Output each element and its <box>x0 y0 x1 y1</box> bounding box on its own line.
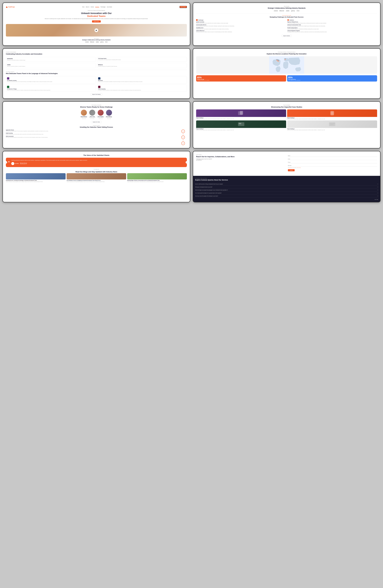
awards-title: Celebrating Industry Accolades and Innov… <box>6 53 187 55</box>
hero-tag: Elevate Your Projects with Tailored Expe… <box>6 10 187 11</box>
privacy-link[interactable]: Learn more <box>297 167 301 168</box>
satisfaction-sub: Client Happiness at 95% Satisfaction <box>288 80 376 81</box>
member-4-name: Pierre Walmour <box>106 116 112 117</box>
form-name-field <box>288 154 377 157</box>
member-1-name: Harley Whitmore <box>81 116 87 117</box>
case-studies-tag: Project Spotlights <box>196 105 377 105</box>
nav-technologies[interactable]: Technologies <box>100 6 106 7</box>
testimonial-next-button[interactable]: › <box>186 161 188 164</box>
tech-tag: Tech Mastery Unleashed <box>6 71 187 72</box>
member-4: Pierre Walmour Full Stack Developer <box>106 110 112 119</box>
process-visual: 01 02 03 <box>179 129 187 145</box>
social-linkedin[interactable] <box>92 118 93 119</box>
blog-3: Building Bridges: Effective Communicatio… <box>127 173 187 182</box>
testimonial-prev-button[interactable]: ‹ <box>5 161 7 164</box>
submit-button[interactable]: Submit <box>288 169 295 171</box>
nav-home[interactable]: Home <box>82 6 85 7</box>
faq-question-2: What types of development teams do you o… <box>195 187 212 188</box>
testimonial-text: CodeForge delivered exceptional mobile a… <box>11 160 87 161</box>
testimonial-body: CodeForge delivered exceptional mobile a… <box>11 160 87 165</box>
solutions-col: Solutions Rigorous Vetting Process Our m… <box>287 19 377 33</box>
client-bitbucket: Bitbucket <box>90 42 94 42</box>
nav-about[interactable]: About Us <box>86 6 89 7</box>
solution-item-1: Rigorous Vetting Process Our meticulous … <box>287 21 377 24</box>
contact-form-col: Your privacy is our priority. Learn more… <box>288 154 377 171</box>
nav-services[interactable]: Services <box>90 6 94 7</box>
solution-item-2: Advanced Communication Tools We leverage… <box>287 24 377 26</box>
company-circle-icon: G <box>11 162 14 165</box>
svg-rect-14 <box>239 123 241 124</box>
form-message-field <box>288 164 377 167</box>
member-1-avatar <box>81 110 87 116</box>
nav-solutions[interactable]: Solutions <box>95 6 99 7</box>
faq-item-3[interactable]: What technologies and programming langua… <box>195 189 378 191</box>
form-email-input[interactable] <box>288 158 377 160</box>
contact-address: 5 Washington Square, New York, USA 6472 <box>196 159 285 159</box>
social-linkedin[interactable] <box>109 118 110 119</box>
step-circle-2: 02 <box>181 136 185 139</box>
social-github[interactable] <box>93 118 94 119</box>
faq-item-4[interactable]: Can I choose specific developers for my … <box>195 191 378 195</box>
author-role: Chief Executive C.E. <box>20 164 27 165</box>
map-tag: Connecting Continents, Delivering Excell… <box>196 52 377 53</box>
social-twitter[interactable] <box>90 118 91 119</box>
member-4-social <box>106 118 112 119</box>
faq-item-2[interactable]: What types of development teams do you o… <box>195 186 378 189</box>
blog-3-title: Building Bridges: Effective Communicatio… <box>127 180 187 181</box>
social-github[interactable] <box>102 118 103 119</box>
faq-item-5[interactable]: How do you ensure the quality of the dev… <box>195 195 378 198</box>
play-button[interactable]: ▶ <box>94 28 98 32</box>
form-message-input[interactable] <box>288 165 377 167</box>
nav-case-studies[interactable]: Case Studies <box>107 6 112 7</box>
member-1-role: Full Stack Developer <box>81 117 87 118</box>
explore-solutions-button[interactable]: Explore Solutions <box>282 35 292 37</box>
step-circle-1: 01 <box>181 129 185 133</box>
blog-1: Unlocking Success: Unveiling the Advanta… <box>6 173 66 182</box>
case-2-desc: Step into the world of design mastery. E… <box>287 119 377 119</box>
panel-team: Tech Mastery Unleashed Diverse Teams Rea… <box>2 101 190 148</box>
form-phone-input[interactable] <box>288 161 377 163</box>
case-studies-grid: Project Heading 1 Step into the world of… <box>196 109 377 130</box>
social-twitter[interactable] <box>82 118 83 119</box>
social-linkedin[interactable] <box>83 118 84 119</box>
svg-text:London: London <box>284 58 286 59</box>
p2-circle: Circle <box>297 10 299 11</box>
step-connector-2 <box>183 139 183 142</box>
form-name-input[interactable] <box>288 155 377 157</box>
hero-cta-button[interactable]: Explore More <box>92 21 101 22</box>
stat-client-satisfaction: 95% Client Satisfaction Client Happiness… <box>287 75 377 82</box>
panel-awards: Excellence Acknowledged Celebrating Indu… <box>2 48 190 99</box>
iot-icon <box>7 86 9 88</box>
case-3-image <box>196 120 286 128</box>
logo[interactable]: CodeForge <box>6 6 15 8</box>
privacy-text: Your privacy is our priority. Learn more <box>288 167 377 168</box>
social-github[interactable] <box>110 118 111 119</box>
hero-title: Unleash Innovation with Our Dedicated Te… <box>6 12 187 18</box>
case-1-image <box>196 109 286 117</box>
challenge-item-2: Communication Barriers Remote collaborat… <box>196 24 286 26</box>
process-steps: Application Review Submissions are caref… <box>6 129 178 145</box>
footer-tagline: Let's Talk <box>195 199 378 200</box>
logo-icon <box>6 6 8 8</box>
p2-bubble: .bubble <box>286 10 289 11</box>
svg-point-3 <box>285 59 286 60</box>
case-1: Project Heading 1 Step into the world of… <box>196 109 286 119</box>
client-bubble: .bubble <box>96 42 99 42</box>
social-twitter[interactable] <box>99 118 100 119</box>
challenge-item-1: Quality Uncertainty Finding a dedicated … <box>196 21 286 24</box>
nav-cta-button[interactable]: Get in Touch <box>180 6 187 8</box>
blog-3-desc: Explore techniques to create seamless co… <box>127 181 187 182</box>
explore-team-button[interactable]: Explore Our Team <box>91 121 102 123</box>
faq-item-1[interactable]: How do I start the process of hiring a d… <box>195 183 378 186</box>
social-github[interactable] <box>85 118 86 119</box>
awards-tag: Excellence Acknowledged <box>6 52 187 53</box>
client-goberry: goberry <box>100 42 104 42</box>
member-2-social <box>89 118 95 119</box>
social-twitter[interactable] <box>107 118 108 119</box>
p2-logos: zendesk Bitbucket .bubble goberry Circle <box>196 10 377 11</box>
explore-tech-button[interactable]: Explore Tech Mastery <box>90 93 102 95</box>
case-4: Project Heading 4 Step into the world of… <box>287 120 377 130</box>
coverage-label: Global Coverage <box>197 79 285 80</box>
tech-cloud: Cloud Computing Leverage the scalability… <box>97 85 187 92</box>
social-linkedin[interactable] <box>100 118 101 119</box>
